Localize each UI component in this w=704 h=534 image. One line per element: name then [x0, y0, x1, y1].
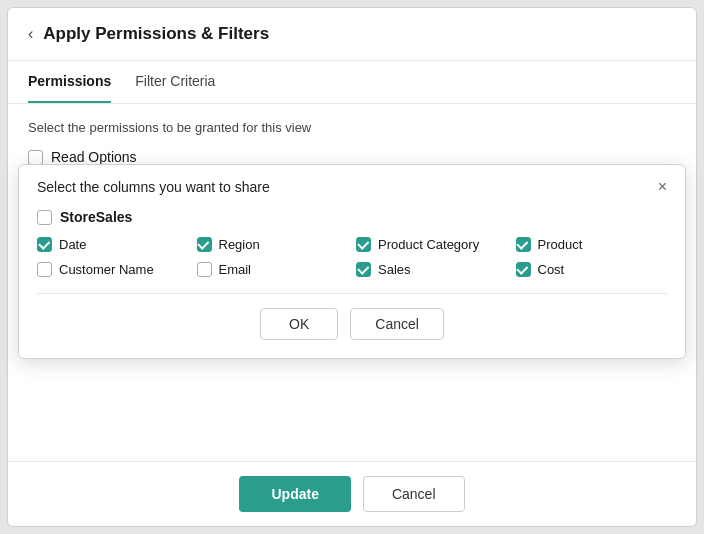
- permissions-description: Select the permissions to be granted for…: [28, 120, 676, 135]
- header: ‹ Apply Permissions & Filters: [8, 8, 696, 61]
- col-product-checkbox[interactable]: [516, 237, 531, 252]
- modal-header: Select the columns you want to share ×: [19, 165, 685, 205]
- col-region-checkbox[interactable]: [197, 237, 212, 252]
- read-options-label: Read Options: [51, 149, 137, 165]
- col-region-label: Region: [219, 237, 260, 252]
- col-sales-label: Sales: [378, 262, 411, 277]
- store-sales-row: StoreSales: [37, 209, 667, 225]
- col-sales-checkbox[interactable]: [356, 262, 371, 277]
- update-button[interactable]: Update: [239, 476, 350, 512]
- modal-cancel-button[interactable]: Cancel: [350, 308, 444, 340]
- bottom-actions: Update Cancel: [8, 461, 696, 526]
- col-email-checkbox[interactable]: [197, 262, 212, 277]
- col-sales: Sales: [356, 262, 508, 277]
- modal-body: StoreSales Date Region Product C: [19, 205, 685, 358]
- col-product-category-label: Product Category: [378, 237, 479, 252]
- col-product-category-checkbox[interactable]: [356, 237, 371, 252]
- column-select-modal: Select the columns you want to share × S…: [18, 164, 686, 359]
- col-customer-name-checkbox[interactable]: [37, 262, 52, 277]
- col-product: Product: [516, 237, 668, 252]
- col-region: Region: [197, 237, 349, 252]
- columns-grid: Date Region Product Category Product: [37, 237, 667, 277]
- col-date-label: Date: [59, 237, 86, 252]
- col-date-checkbox[interactable]: [37, 237, 52, 252]
- store-sales-checkbox[interactable]: [37, 210, 52, 225]
- col-product-category: Product Category: [356, 237, 508, 252]
- col-date: Date: [37, 237, 189, 252]
- modal-title: Select the columns you want to share: [37, 179, 270, 195]
- back-icon[interactable]: ‹: [28, 25, 33, 43]
- content-area: Select the permissions to be granted for…: [8, 104, 696, 461]
- col-customer-name-label: Customer Name: [59, 262, 154, 277]
- store-sales-label: StoreSales: [60, 209, 132, 225]
- read-options-checkbox[interactable]: [28, 150, 43, 165]
- col-customer-name: Customer Name: [37, 262, 189, 277]
- page-title: Apply Permissions & Filters: [43, 24, 269, 44]
- col-email-label: Email: [219, 262, 252, 277]
- col-cost-label: Cost: [538, 262, 565, 277]
- cancel-button[interactable]: Cancel: [363, 476, 465, 512]
- col-cost-checkbox[interactable]: [516, 262, 531, 277]
- read-options-row: Read Options: [28, 149, 676, 165]
- modal-divider: [37, 293, 667, 294]
- col-cost: Cost: [516, 262, 668, 277]
- tab-filter-criteria[interactable]: Filter Criteria: [135, 61, 215, 103]
- modal-ok-button[interactable]: OK: [260, 308, 338, 340]
- modal-close-button[interactable]: ×: [658, 179, 667, 195]
- col-product-label: Product: [538, 237, 583, 252]
- tab-permissions[interactable]: Permissions: [28, 61, 111, 103]
- col-email: Email: [197, 262, 349, 277]
- main-panel: ‹ Apply Permissions & Filters Permission…: [7, 7, 697, 527]
- tabs-bar: Permissions Filter Criteria: [8, 61, 696, 104]
- modal-actions: OK Cancel: [37, 308, 667, 340]
